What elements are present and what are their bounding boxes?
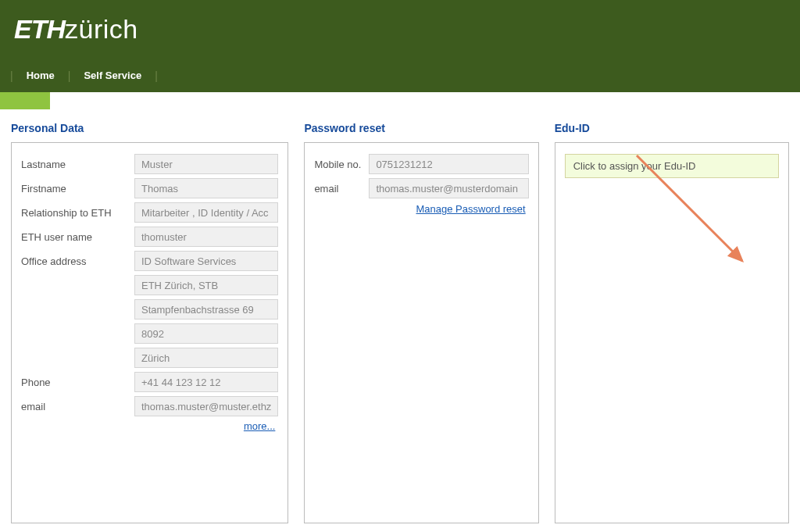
- firstname-field: Thomas: [134, 178, 278, 198]
- mobile-label: Mobile no.: [314, 159, 369, 170]
- logo-light: zürich: [65, 14, 138, 44]
- logo: ETHzürich: [14, 14, 138, 45]
- column-personal-data: Personal Data Lastname Muster Firstname …: [11, 122, 288, 523]
- nav-separator: |: [10, 70, 13, 82]
- username-label: ETH user name: [21, 231, 134, 243]
- office-field-1: ID Software Services: [134, 251, 278, 271]
- email-label: email: [21, 401, 134, 412]
- office-label: Office address: [21, 255, 134, 267]
- nav-separator: |: [68, 70, 71, 82]
- assign-eduid-button[interactable]: Click to assign your Edu-ID: [565, 154, 779, 178]
- active-tab-marker: [0, 92, 50, 109]
- column-password-reset: Password reset Mobile no. 0751231212 ema…: [304, 122, 538, 523]
- office-field-2: ETH Zürich, STB: [134, 275, 278, 295]
- eduid-title: Edu-ID: [555, 122, 789, 134]
- phone-label: Phone: [21, 377, 134, 388]
- more-link[interactable]: more...: [244, 420, 275, 432]
- content: Personal Data Lastname Muster Firstname …: [0, 109, 800, 532]
- lastname-label: Lastname: [21, 159, 134, 170]
- password-reset-title: Password reset: [304, 122, 538, 134]
- pw-email-field: thomas.muster@musterdomain: [369, 178, 528, 198]
- firstname-label: Firstname: [21, 183, 134, 195]
- office-field-3: Stampfenbachstrasse 69: [134, 299, 278, 320]
- office-field-4: 8092: [134, 323, 278, 344]
- relationship-field: Mitarbeiter , ID Identity / Acc: [134, 202, 278, 223]
- relationship-label: Relationship to ETH: [21, 207, 134, 219]
- username-field: thomuster: [134, 227, 278, 247]
- personal-data-title: Personal Data: [11, 122, 288, 134]
- nav: | Home | Self Service |: [0, 65, 160, 86]
- logo-bold: ETH: [14, 14, 65, 44]
- column-eduid: Edu-ID Click to assign your Edu-ID: [555, 122, 789, 523]
- office-field-5: Zürich: [134, 348, 278, 368]
- password-reset-panel: Mobile no. 0751231212 email thomas.muste…: [304, 142, 538, 523]
- nav-self-service[interactable]: Self Service: [73, 65, 152, 86]
- nav-separator: |: [155, 70, 158, 82]
- header: ETHzürich | Home | Self Service |: [0, 0, 800, 92]
- email-field: thomas.muster@muster.ethz: [134, 396, 278, 416]
- mobile-field: 0751231212: [369, 154, 528, 174]
- manage-password-link[interactable]: Manage Password reset: [416, 203, 526, 215]
- lastname-field: Muster: [134, 154, 278, 174]
- nav-home[interactable]: Home: [16, 65, 66, 86]
- personal-data-panel: Lastname Muster Firstname Thomas Relatio…: [11, 142, 288, 523]
- eduid-panel: Click to assign your Edu-ID: [555, 142, 789, 523]
- pw-email-label: email: [314, 183, 369, 195]
- phone-field: +41 44 123 12 12: [134, 372, 278, 392]
